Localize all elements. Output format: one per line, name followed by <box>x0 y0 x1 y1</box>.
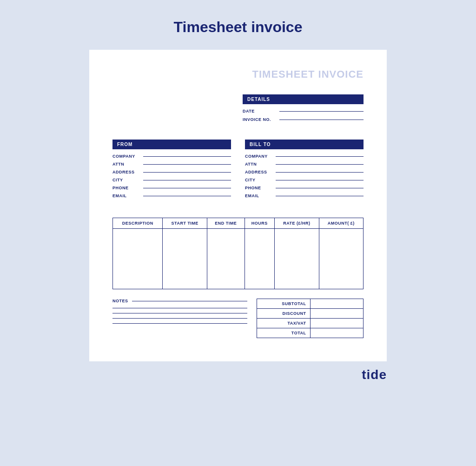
billto-address-row: ADDRESS <box>245 170 364 174</box>
details-section: DETAILS DATE INVOICE NO. <box>112 94 364 126</box>
from-company-row: COMPANY <box>112 154 231 159</box>
subtotal-row: SUBTOTAL <box>257 299 364 309</box>
billto-company-row: COMPANY <box>245 154 364 159</box>
cell-end-time <box>207 229 245 289</box>
totals-table: SUBTOTAL DISCOUNT TAX/VAT TOTAL <box>257 299 364 338</box>
totals-section: SUBTOTAL DISCOUNT TAX/VAT TOTAL <box>257 299 364 338</box>
from-email-row: EMAIL <box>112 193 231 198</box>
from-address-label: ADDRESS <box>112 170 141 174</box>
cell-hours <box>245 229 274 289</box>
notes-text: NOTES <box>112 299 128 303</box>
from-box: FROM COMPANY ATTN ADDRESS CITY <box>112 140 231 201</box>
invoice-no-line <box>279 120 364 120</box>
col-start-time: START TIME <box>163 218 207 229</box>
billto-city-line <box>276 180 364 180</box>
invoice-no-label: INVOICE NO. <box>243 117 278 122</box>
billto-email-row: EMAIL <box>245 193 364 198</box>
invoice-no-row: INVOICE NO. <box>243 117 364 122</box>
col-hours: HOURS <box>245 218 274 229</box>
from-city-label: CITY <box>112 178 141 182</box>
discount-row: DISCOUNT <box>257 309 364 319</box>
notes-line-4 <box>112 318 247 319</box>
date-label: DATE <box>243 109 278 113</box>
col-description: DESCRIPTION <box>113 218 163 229</box>
billto-city-row: CITY <box>245 178 364 182</box>
notes-first-line <box>132 301 247 301</box>
billto-section-header: BILL TO <box>245 140 364 149</box>
billto-company-label: COMPANY <box>245 154 274 159</box>
billto-phone-row: PHONE <box>245 186 364 190</box>
from-address-line <box>143 172 231 173</box>
cell-description <box>113 229 163 289</box>
discount-value <box>310 309 364 319</box>
billto-attn-line <box>276 164 364 165</box>
from-city-row: CITY <box>112 178 231 182</box>
invoice-header-text: TIMESHEET INVOICE <box>112 68 364 80</box>
taxvat-value <box>310 319 364 328</box>
billto-phone-label: PHONE <box>245 186 274 190</box>
notes-line-5 <box>112 323 247 324</box>
notes-section: NOTES <box>112 299 247 328</box>
taxvat-row: TAX/VAT <box>257 319 364 328</box>
from-email-label: EMAIL <box>112 193 141 198</box>
col-rate: RATE (£/HR) <box>275 218 319 229</box>
billto-attn-label: ATTN <box>245 162 274 166</box>
from-section-header: FROM <box>112 140 231 149</box>
cell-start-time <box>163 229 207 289</box>
billto-address-label: ADDRESS <box>245 170 274 174</box>
from-billto-row: FROM COMPANY ATTN ADDRESS CITY <box>112 140 364 201</box>
billto-box: BILL TO COMPANY ATTN ADDRESS CITY <box>245 140 364 201</box>
bottom-section: NOTES SUBTOTAL DISCO <box>112 299 364 338</box>
subtotal-value <box>310 299 364 309</box>
cell-amount <box>319 229 363 289</box>
date-line <box>279 111 364 112</box>
billto-company-line <box>276 156 364 157</box>
from-email-line <box>143 196 231 196</box>
cell-rate <box>275 229 319 289</box>
from-phone-label: PHONE <box>112 186 141 190</box>
tide-brand: tide <box>362 367 387 382</box>
invoice-table: DESCRIPTION START TIME END TIME HOURS RA… <box>112 218 364 289</box>
billto-city-label: CITY <box>245 178 274 182</box>
notes-line-3 <box>112 313 247 313</box>
details-box: DETAILS DATE INVOICE NO. <box>243 94 364 126</box>
date-row: DATE <box>243 109 364 113</box>
col-end-time: END TIME <box>207 218 245 229</box>
table-row <box>113 229 364 289</box>
notes-label: NOTES <box>112 299 247 303</box>
total-value <box>310 328 364 338</box>
billto-address-line <box>276 172 364 173</box>
col-amount: AMOUNT( £) <box>319 218 363 229</box>
from-attn-row: ATTN <box>112 162 231 166</box>
from-city-line <box>143 180 231 180</box>
from-attn-label: ATTN <box>112 162 141 166</box>
invoice-container: TIMESHEET INVOICE DETAILS DATE INVOICE N… <box>89 50 387 361</box>
billto-attn-row: ATTN <box>245 162 364 166</box>
notes-line-2 <box>112 308 247 308</box>
from-company-label: COMPANY <box>112 154 141 159</box>
from-attn-line <box>143 164 231 165</box>
billto-email-line <box>276 196 364 196</box>
from-phone-row: PHONE <box>112 186 231 190</box>
total-label: TOTAL <box>257 328 311 338</box>
details-section-header: DETAILS <box>243 94 364 104</box>
from-phone-line <box>143 188 231 188</box>
page-title: Timesheet invoice <box>174 19 303 36</box>
billto-phone-line <box>276 188 364 188</box>
from-company-line <box>143 156 231 157</box>
subtotal-label: SUBTOTAL <box>257 299 311 309</box>
discount-label: DISCOUNT <box>257 309 311 319</box>
billto-email-label: EMAIL <box>245 193 274 198</box>
from-address-row: ADDRESS <box>112 170 231 174</box>
total-row: TOTAL <box>257 328 364 338</box>
taxvat-label: TAX/VAT <box>257 319 311 328</box>
